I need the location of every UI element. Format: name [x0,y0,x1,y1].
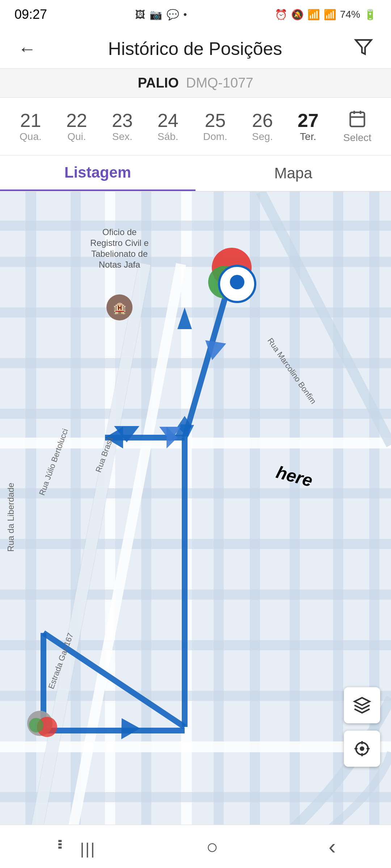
svg-rect-23 [0,307,391,318]
nav-menu-icon: ||| [80,840,96,858]
date-day-27: Ter. [300,131,316,142]
svg-point-61 [29,718,43,732]
battery-level: 74% [340,9,360,20]
nav-home-button[interactable]: ○ [206,835,218,858]
date-item-23[interactable]: 23 Sex. [105,107,139,146]
layers-button[interactable] [344,687,380,723]
nav-bar: ||| ○ ‹ [0,825,391,868]
date-num-23: 23 [112,110,133,131]
date-day-26: Seg. [252,131,273,142]
app-header: ← Histórico de Posições [0,29,391,69]
date-item-26[interactable]: 26 Seg. [245,107,279,146]
map-controls [344,687,380,767]
alarm-icon: ⏰ [275,9,287,21]
status-icons: 🖼 📷 💬 • [135,9,187,21]
date-item-21[interactable]: 21 Qua. [13,107,48,146]
mute-icon: 🔕 [291,9,304,21]
date-day-25: Dom. [203,131,227,142]
page-title: Histórico de Posições [108,38,282,59]
vehicle-bar: PALIO DMQ-1077 [0,69,391,98]
svg-point-64 [361,747,363,750]
svg-rect-19 [333,192,343,832]
photo-icon: 🖼 [135,9,145,21]
date-num-21: 21 [20,110,41,131]
location-button[interactable] [344,731,380,767]
back-button[interactable]: ← [18,38,36,59]
date-selector: 21 Qua. 22 Qui. 23 Sex. 24 Sáb. 25 Dom. … [0,98,391,156]
poi-label4: Notas Jafa [99,260,140,269]
date-num-27: 27 [298,110,319,131]
vehicle-plate: DMQ-1077 [186,75,253,91]
status-time: 09:27 [14,7,47,22]
date-item-25[interactable]: 25 Dom. [197,107,234,146]
street-label-liberdade: Rua da Liberdade [6,483,16,552]
poi-label3: Tabelionato de [91,249,148,259]
svg-rect-13 [105,192,115,832]
wifi-icon: 📶 [307,9,320,21]
status-bar: 09:27 🖼 📷 💬 • ⏰ 🔕 📶 📶 74% 🔋 [0,0,391,29]
svg-text:🏨: 🏨 [113,302,127,315]
date-item-24[interactable]: 24 Sáb. [151,107,185,146]
tab-listagem[interactable]: Listagem [0,156,196,191]
date-item-22[interactable]: 22 Qui. [60,107,94,146]
svg-rect-27 [0,488,391,498]
signal-icon: 📶 [324,9,336,21]
vehicle-name: PALIO [138,75,178,91]
date-day-23: Sex. [112,131,133,142]
map-area[interactable]: 🏨 Rua da Liberdade Rua Júlio Bertolucci … [0,192,391,832]
poi-label2: Registro Civil e [90,238,148,248]
tab-listagem-label: Listagem [64,164,131,181]
svg-rect-12 [71,192,81,832]
svg-marker-0 [356,40,371,54]
svg-rect-28 [0,539,391,549]
filter-button[interactable] [354,38,373,60]
date-day-24: Sáb. [157,131,178,142]
date-num-25: 25 [205,110,226,131]
svg-marker-62 [354,698,370,705]
battery-icon: 🔋 [364,9,377,21]
tab-mapa[interactable]: Mapa [196,156,391,191]
status-right: ⏰ 🔕 📶 📶 74% 🔋 [275,9,377,21]
date-select-button[interactable]: Select [337,106,378,147]
nav-menu-button[interactable]: ||| [55,834,96,859]
svg-rect-11 [25,192,36,832]
svg-rect-22 [0,257,391,267]
calendar-icon [348,109,367,132]
poi-label: Oficio de [102,227,137,237]
svg-rect-1 [350,112,364,127]
svg-point-58 [230,275,244,289]
map-svg: 🏨 Rua da Liberdade Rua Júlio Bertolucci … [0,192,391,832]
tabs: Listagem Mapa [0,156,391,192]
svg-rect-21 [0,221,391,231]
date-num-22: 22 [66,110,87,131]
camera-icon: 📷 [150,9,162,21]
nav-back-button[interactable]: ‹ [329,834,336,859]
dot-icon: • [184,9,187,20]
date-item-27[interactable]: 27 Ter. [291,107,325,146]
svg-rect-18 [290,192,300,832]
tab-mapa-label: Mapa [274,165,312,182]
date-day-22: Qui. [67,131,86,142]
date-day-21: Qua. [20,131,42,142]
date-num-24: 24 [157,110,178,131]
svg-rect-24 [0,358,391,368]
whatsapp-icon: 💬 [167,9,179,21]
date-num-26: 26 [252,110,273,131]
svg-rect-29 [0,590,391,600]
select-label: Select [343,132,371,144]
